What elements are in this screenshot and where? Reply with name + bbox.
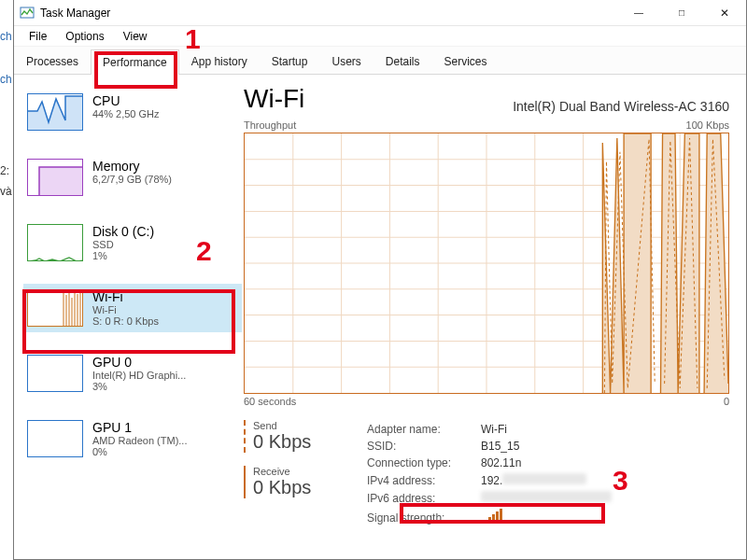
window-title: Task Manager bbox=[40, 7, 110, 20]
performance-body: CPU 44% 2,50 GHz Memory 6,2/7,9 GB (78%) bbox=[14, 75, 746, 559]
close-button[interactable]: ✕ bbox=[703, 0, 746, 26]
tab-users[interactable]: Users bbox=[319, 49, 373, 74]
minimize-button[interactable]: — bbox=[617, 0, 660, 26]
menu-view[interactable]: View bbox=[114, 28, 157, 45]
send-label: Send bbox=[253, 420, 365, 431]
sidebar-item-sub2: S: 0 R: 0 Kbps bbox=[92, 315, 159, 327]
sidebar-item-sub: 44% 2,50 GHz bbox=[92, 108, 160, 119]
prop-key: IPv6 address: bbox=[367, 490, 479, 506]
tab-processes[interactable]: Processes bbox=[14, 49, 91, 74]
prop-val-conntype: 802.11n bbox=[481, 455, 617, 470]
app-icon bbox=[20, 6, 35, 21]
tab-performance[interactable]: Performance bbox=[91, 49, 179, 75]
prop-val-adapter: Wi-Fi bbox=[481, 422, 617, 437]
sidebar-item-disk0[interactable]: Disk 0 (C:) SSD 1% bbox=[23, 218, 242, 267]
menubar: File Options View bbox=[14, 26, 746, 47]
gpu0-thumb-icon bbox=[27, 355, 83, 392]
menu-file[interactable]: File bbox=[20, 28, 56, 45]
throughput-graph bbox=[244, 133, 729, 394]
maximize-button[interactable]: □ bbox=[660, 0, 703, 26]
prop-key: SSID: bbox=[367, 439, 479, 454]
tab-details[interactable]: Details bbox=[374, 49, 432, 74]
task-manager-window: Task Manager — □ ✕ File Options View Pro… bbox=[13, 0, 747, 560]
sidebar-item-wifi[interactable]: Wi-Fi Wi-Fi S: 0 R: 0 Kbps bbox=[23, 284, 242, 332]
receive-label: Receive bbox=[253, 466, 365, 477]
prop-val-ssid: B15_15 bbox=[481, 439, 617, 454]
signal-bars-icon bbox=[485, 509, 502, 524]
tab-startup[interactable]: Startup bbox=[260, 49, 320, 74]
redacted-ip6 bbox=[481, 491, 612, 502]
sidebar-item-cpu[interactable]: CPU 44% 2,50 GHz bbox=[23, 88, 242, 136]
prop-val-signal bbox=[481, 508, 617, 527]
wifi-thumb-icon bbox=[27, 289, 83, 327]
sidebar-item-sub: Wi-Fi bbox=[92, 304, 159, 315]
graph-timespan: 60 seconds bbox=[244, 396, 296, 407]
graph-zero: 0 bbox=[724, 396, 729, 407]
sidebar-item-label: Memory bbox=[92, 159, 172, 174]
adapter-name: Intel(R) Dual Band Wireless-AC 3160 bbox=[513, 99, 729, 114]
prop-key: Connection type: bbox=[367, 455, 479, 470]
receive-value: 0 Kbps bbox=[253, 477, 365, 498]
sidebar-item-label: Disk 0 (C:) bbox=[92, 224, 154, 239]
sidebar-item-label: GPU 0 bbox=[92, 355, 186, 370]
graph-label: Throughput bbox=[244, 119, 296, 131]
sidebar-item-sub2: 3% bbox=[92, 381, 186, 392]
tab-services[interactable]: Services bbox=[432, 49, 500, 74]
sidebar-item-sub: 6,2/7,9 GB (78%) bbox=[92, 174, 172, 185]
bg-text: 2: bbox=[0, 164, 13, 177]
gpu1-thumb-icon bbox=[27, 420, 83, 457]
send-value: 0 Kbps bbox=[253, 431, 365, 453]
sidebar-item-memory[interactable]: Memory 6,2/7,9 GB (78%) bbox=[23, 153, 242, 202]
sidebar-item-sub: AMD Radeon (TM)... bbox=[92, 435, 187, 446]
sidebar-item-label: GPU 1 bbox=[92, 420, 187, 435]
sidebar-item-label: Wi-Fi bbox=[92, 289, 159, 304]
sidebar-item-sub2: 1% bbox=[92, 250, 154, 261]
disk-thumb-icon bbox=[27, 224, 83, 261]
sidebar-item-gpu0[interactable]: GPU 0 Intel(R) HD Graphi... 3% bbox=[23, 349, 242, 398]
sidebar-item-sub: SSD bbox=[92, 239, 154, 250]
bg-text: ch bbox=[0, 73, 13, 86]
sidebar-item-label: CPU bbox=[92, 93, 160, 108]
graph-max: 100 Kbps bbox=[686, 119, 729, 131]
redacted-ip bbox=[502, 473, 586, 484]
prop-val-ipv6 bbox=[481, 490, 617, 506]
network-properties: Adapter name: Wi-Fi SSID: B15_15 Connect… bbox=[365, 420, 619, 529]
bg-text: và bbox=[0, 185, 13, 198]
prop-key: Adapter name: bbox=[367, 422, 479, 437]
tab-app-history[interactable]: App history bbox=[179, 49, 260, 74]
performance-detail: Wi-Fi Intel(R) Dual Band Wireless-AC 316… bbox=[244, 75, 746, 559]
svg-rect-1 bbox=[39, 167, 83, 196]
prop-key: Signal strength: bbox=[367, 508, 479, 527]
performance-sidebar: CPU 44% 2,50 GHz Memory 6,2/7,9 GB (78%) bbox=[14, 75, 244, 559]
sidebar-item-sub2: 0% bbox=[92, 446, 187, 457]
memory-thumb-icon bbox=[27, 159, 83, 196]
tabs: Processes Performance App history Startu… bbox=[14, 47, 746, 75]
prop-val-ipv4: 192. bbox=[481, 472, 617, 488]
prop-key: IPv4 address: bbox=[367, 472, 479, 488]
bg-text: ch bbox=[0, 30, 13, 43]
sidebar-item-gpu1[interactable]: GPU 1 AMD Radeon (TM)... 0% bbox=[23, 414, 242, 463]
sidebar-item-sub: Intel(R) HD Graphi... bbox=[92, 370, 186, 381]
menu-options[interactable]: Options bbox=[56, 28, 113, 45]
detail-title: Wi-Fi bbox=[244, 84, 304, 114]
titlebar: Task Manager — □ ✕ bbox=[14, 0, 746, 26]
cpu-thumb-icon bbox=[27, 93, 83, 131]
